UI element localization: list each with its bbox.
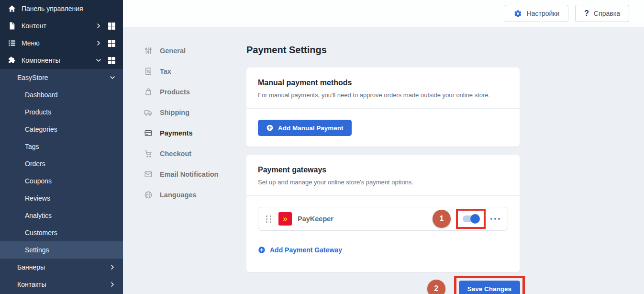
settings-nav-tax[interactable]: Tax xyxy=(144,61,246,81)
save-changes-label: Save Changes xyxy=(467,285,511,293)
payment-gateways-description: Set up and manage your online store's pa… xyxy=(258,179,508,186)
save-row: 2 Save Changes xyxy=(246,276,520,294)
gateway-row: » PayKeeper 1 xyxy=(258,207,508,231)
settings-nav-label: Shipping xyxy=(160,109,189,116)
settings-nav-languages[interactable]: Languages xyxy=(144,184,246,205)
add-payment-gateway-label: Add Payment Gateway xyxy=(270,246,342,254)
manual-payments-title: Manual payment methods xyxy=(258,79,508,87)
payment-settings-page: Payment Settings Manual payment methods … xyxy=(246,27,520,294)
manual-payments-description: For manual payments, you'll need to appr… xyxy=(258,91,508,99)
sidebar-item-label: Dashboard xyxy=(25,91,115,99)
sidebar-item-analytics[interactable]: Analytics xyxy=(0,207,123,224)
settings-button[interactable]: Настройки xyxy=(505,5,569,22)
sidebar-item-categories[interactable]: Categories xyxy=(0,121,123,138)
sidebar-item-label: Customers xyxy=(25,229,115,237)
sidebar-item-label: Settings xyxy=(25,246,115,254)
gateway-enabled-toggle[interactable] xyxy=(462,214,480,224)
sidebar-item-label: Analytics xyxy=(25,212,115,219)
tax-icon xyxy=(144,67,153,76)
settings-nav-label: Payments xyxy=(160,129,193,137)
sidebar-item-label: Orders xyxy=(25,160,115,168)
sidebar-item-components[interactable]: Компоненты xyxy=(0,52,123,69)
cart-icon xyxy=(144,149,153,158)
payment-gateways-card-body: » PayKeeper 1 xyxy=(246,196,520,272)
sidebar-item-settings[interactable]: Settings xyxy=(0,241,123,259)
settings-nav-label: Tax xyxy=(160,68,171,75)
sidebar-item-control-panel[interactable]: Панель управления xyxy=(0,0,123,17)
grid-icon[interactable] xyxy=(108,23,115,30)
add-manual-payment-label: Add Manual Payment xyxy=(278,124,344,132)
sidebar-item-tags[interactable]: Tags xyxy=(0,138,123,155)
chevron-right-icon xyxy=(110,282,115,287)
sidebar-item-label: Coupons xyxy=(25,177,115,185)
sidebar-item-menu[interactable]: Меню xyxy=(0,34,123,52)
sidebar-top-items: Панель управленияКонтентМенюКомпоненты xyxy=(0,0,123,69)
sidebar-item-label: Контент xyxy=(22,22,96,30)
puzzle-icon xyxy=(8,56,16,65)
sidebar-item-contacts[interactable]: Контакты xyxy=(0,276,123,293)
home-icon xyxy=(8,4,16,13)
sidebar-submenu: EasyStoreDashboardProductsCategoriesTags… xyxy=(0,69,123,294)
sidebar-item-label: Баннеры xyxy=(17,263,110,271)
question-mark-icon: ? xyxy=(584,9,589,18)
settings-nav-products[interactable]: Products xyxy=(144,81,246,102)
settings-button-label: Настройки xyxy=(527,10,560,17)
paykeeper-logo-glyph: » xyxy=(283,215,287,223)
manual-payments-card-header: Manual payment methods For manual paymen… xyxy=(246,68,520,109)
manual-payments-card: Manual payment methods For manual paymen… xyxy=(246,68,520,147)
content-area: GeneralTaxProductsShippingPaymentsChecko… xyxy=(123,27,644,294)
sidebar-item-products[interactable]: Products xyxy=(0,103,123,121)
globe-icon xyxy=(144,191,153,199)
sidebar-item-customers[interactable]: Customers xyxy=(0,224,123,241)
truck-icon xyxy=(144,108,153,117)
sidebar-item-coupons[interactable]: Coupons xyxy=(0,172,123,190)
sidebar-item-label: Reviews xyxy=(25,194,115,202)
drag-handle-icon[interactable] xyxy=(266,215,271,223)
page-title: Payment Settings xyxy=(246,45,520,55)
settings-nav-label: Products xyxy=(160,88,190,96)
gateway-row-controls: 1 xyxy=(433,209,501,229)
grid-icon[interactable] xyxy=(108,40,115,47)
sidebar-item-label: Меню xyxy=(22,39,96,47)
add-payment-gateway-link[interactable]: Add Payment Gateway xyxy=(258,246,342,254)
sidebar-item-label: Контакты xyxy=(17,281,110,288)
sidebar-item-easystore[interactable]: EasyStore xyxy=(0,69,123,86)
sidebar-item-banners[interactable]: Баннеры xyxy=(0,259,123,276)
sidebar-item-label: Categories xyxy=(25,125,115,133)
plus-circle-icon xyxy=(258,246,266,254)
gateway-options-menu-button[interactable] xyxy=(489,216,501,222)
sidebar-item-reviews[interactable]: Reviews xyxy=(0,190,123,207)
settings-nav-label: Languages xyxy=(160,191,197,199)
paykeeper-logo-icon: » xyxy=(278,212,292,226)
settings-nav-label: General xyxy=(160,47,186,55)
settings-nav-email-notification[interactable]: Email Notification xyxy=(144,164,246,184)
payment-gateways-card: Payment gateways Set up and manage your … xyxy=(246,155,520,272)
main-sidebar: Панель управленияКонтентМенюКомпоненты E… xyxy=(0,0,123,294)
sidebar-item-label: Компоненты xyxy=(22,57,96,64)
document-icon xyxy=(8,22,16,30)
settings-nav-shipping[interactable]: Shipping xyxy=(144,102,246,123)
credit-card-icon xyxy=(144,129,153,137)
settings-nav-general[interactable]: General xyxy=(144,40,246,61)
grid-icon[interactable] xyxy=(108,57,115,64)
sidebar-item-content[interactable]: Контент xyxy=(0,17,123,34)
payment-gateways-card-header: Payment gateways Set up and manage your … xyxy=(246,155,520,196)
chevron-right-icon xyxy=(96,23,101,29)
bag-icon xyxy=(144,88,153,96)
annotation-step-1: 1 xyxy=(433,210,451,228)
gear-icon xyxy=(514,10,522,18)
plus-circle-icon xyxy=(266,124,274,132)
save-changes-button[interactable]: Save Changes xyxy=(459,281,520,294)
sidebar-item-dashboard[interactable]: Dashboard xyxy=(0,86,123,103)
settings-nav-checkout[interactable]: Checkout xyxy=(144,143,246,164)
settings-nav-payments[interactable]: Payments xyxy=(144,123,246,143)
envelope-icon xyxy=(144,170,153,179)
add-manual-payment-button[interactable]: Add Manual Payment xyxy=(258,120,352,136)
sliders-icon xyxy=(144,46,153,55)
settings-nav-label: Email Notification xyxy=(160,170,218,178)
sidebar-item-orders[interactable]: Orders xyxy=(0,155,123,172)
gateway-name: PayKeeper xyxy=(298,215,333,223)
chevron-right-icon xyxy=(110,264,115,270)
help-button[interactable]: ? Справка xyxy=(575,5,629,22)
help-button-label: Справка xyxy=(594,10,620,17)
